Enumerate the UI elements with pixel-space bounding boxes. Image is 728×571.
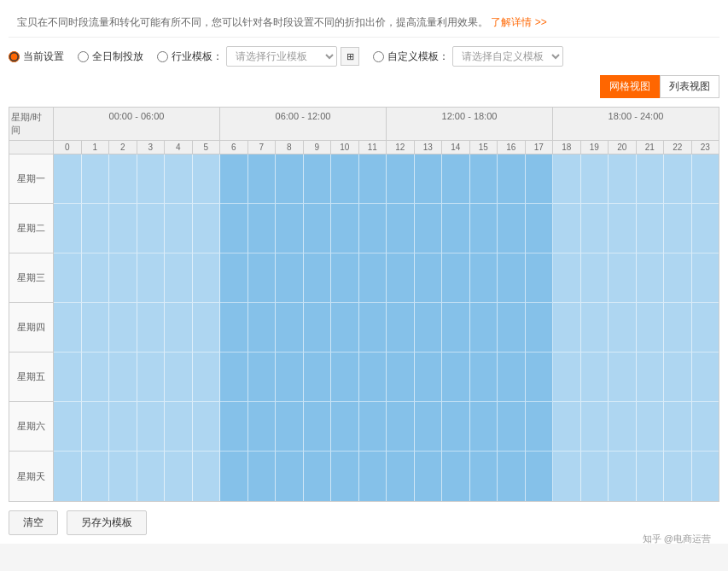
list-view-button[interactable]: 列表视图: [660, 75, 719, 98]
list-item[interactable]: [137, 452, 166, 501]
list-item[interactable]: [498, 353, 526, 402]
list-item[interactable]: [137, 402, 166, 452]
list-item[interactable]: [331, 253, 359, 303]
list-item[interactable]: [220, 303, 248, 353]
grid-view-button[interactable]: 网格视图: [600, 75, 660, 98]
list-item[interactable]: [442, 204, 470, 253]
list-item[interactable]: [220, 452, 248, 501]
list-item[interactable]: [470, 353, 498, 402]
list-item[interactable]: [664, 253, 692, 303]
list-item[interactable]: [609, 402, 637, 452]
list-item[interactable]: [165, 402, 193, 452]
list-item[interactable]: [304, 402, 332, 452]
list-item[interactable]: [442, 154, 470, 204]
clear-button[interactable]: 清空: [9, 510, 58, 535]
list-item[interactable]: [526, 204, 554, 253]
list-item[interactable]: [692, 402, 719, 452]
list-item[interactable]: [526, 353, 554, 402]
industry-template-icon-btn[interactable]: ⊞: [341, 47, 359, 66]
list-item[interactable]: [664, 402, 692, 452]
list-item[interactable]: [498, 402, 526, 452]
list-item[interactable]: [442, 452, 470, 501]
list-item[interactable]: [248, 452, 277, 501]
list-item[interactable]: [498, 204, 526, 253]
list-item[interactable]: [359, 353, 387, 402]
list-item[interactable]: [137, 353, 166, 402]
list-item[interactable]: [609, 204, 637, 253]
list-item[interactable]: [304, 353, 332, 402]
list-item[interactable]: [415, 303, 443, 353]
list-item[interactable]: [193, 452, 221, 501]
list-item[interactable]: [82, 353, 110, 402]
list-item[interactable]: [387, 154, 415, 204]
list-item[interactable]: [137, 154, 166, 204]
list-item[interactable]: [470, 452, 498, 501]
list-item[interactable]: [581, 353, 609, 402]
list-item[interactable]: [109, 204, 137, 253]
list-item[interactable]: [609, 452, 637, 501]
list-item[interactable]: [553, 303, 581, 353]
list-item[interactable]: [470, 402, 498, 452]
list-item[interactable]: [637, 402, 665, 452]
list-item[interactable]: [137, 303, 166, 353]
all-day-radio[interactable]: 全日制投放: [78, 50, 143, 64]
list-item[interactable]: [54, 452, 82, 501]
list-item[interactable]: [637, 452, 665, 501]
list-item[interactable]: [415, 353, 443, 402]
list-item[interactable]: [248, 303, 277, 353]
list-item[interactable]: [526, 303, 554, 353]
list-item[interactable]: [276, 253, 304, 303]
list-item[interactable]: [82, 204, 110, 253]
list-item[interactable]: [137, 204, 166, 253]
list-item[interactable]: [359, 402, 387, 452]
list-item[interactable]: [220, 402, 248, 452]
list-item[interactable]: [581, 154, 609, 204]
list-item[interactable]: [248, 154, 277, 204]
list-item[interactable]: [109, 402, 137, 452]
list-item[interactable]: [137, 253, 166, 303]
list-item[interactable]: [415, 154, 443, 204]
list-item[interactable]: [692, 154, 719, 204]
list-item[interactable]: [498, 154, 526, 204]
list-item[interactable]: [359, 253, 387, 303]
list-item[interactable]: [442, 253, 470, 303]
list-item[interactable]: [248, 353, 277, 402]
list-item[interactable]: [109, 253, 137, 303]
list-item[interactable]: [304, 154, 332, 204]
list-item[interactable]: [359, 303, 387, 353]
list-item[interactable]: [304, 204, 332, 253]
list-item[interactable]: [387, 353, 415, 402]
list-item[interactable]: [109, 303, 137, 353]
list-item[interactable]: [526, 402, 554, 452]
list-item[interactable]: [637, 303, 665, 353]
current-setting-radio[interactable]: 当前设置: [9, 50, 64, 64]
list-item[interactable]: [442, 353, 470, 402]
list-item[interactable]: [248, 204, 277, 253]
list-item[interactable]: [82, 452, 110, 501]
list-item[interactable]: [442, 303, 470, 353]
list-item[interactable]: [193, 204, 221, 253]
list-item[interactable]: [165, 452, 193, 501]
list-item[interactable]: [109, 452, 137, 501]
list-item[interactable]: [387, 452, 415, 501]
list-item[interactable]: [553, 452, 581, 501]
custom-template-input[interactable]: [373, 51, 384, 62]
list-item[interactable]: [109, 154, 137, 204]
list-item[interactable]: [82, 402, 110, 452]
list-item[interactable]: [498, 253, 526, 303]
list-item[interactable]: [553, 154, 581, 204]
list-item[interactable]: [470, 303, 498, 353]
list-item[interactable]: [664, 353, 692, 402]
list-item[interactable]: [165, 303, 193, 353]
list-item[interactable]: [193, 303, 221, 353]
list-item[interactable]: [692, 204, 719, 253]
list-item[interactable]: [193, 253, 221, 303]
list-item[interactable]: [470, 204, 498, 253]
list-item[interactable]: [581, 402, 609, 452]
list-item[interactable]: [637, 353, 665, 402]
list-item[interactable]: [470, 154, 498, 204]
list-item[interactable]: [609, 353, 637, 402]
industry-template-input[interactable]: [157, 51, 168, 62]
list-item[interactable]: [553, 204, 581, 253]
list-item[interactable]: [415, 402, 443, 452]
